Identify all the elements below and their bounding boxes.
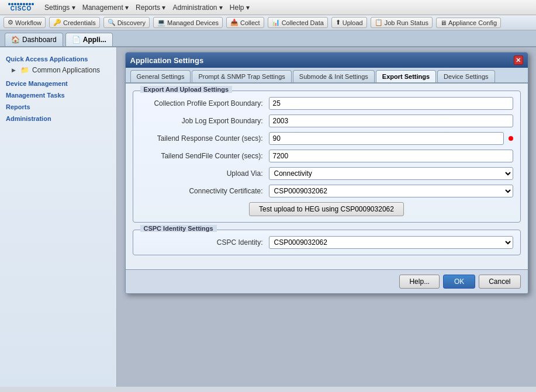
job-run-status-label: Job Run Status <box>385 19 428 26</box>
arrow-icon: ▶ <box>12 67 16 73</box>
appliance-config-button[interactable]: 🖥 Appliance Config <box>436 18 501 28</box>
tab-prompt-snmp[interactable]: Prompt & SNMP Trap Settings <box>192 70 291 82</box>
workflow-icon: ⚙ <box>8 19 13 26</box>
collect-button[interactable]: 📥 Collect <box>226 17 264 28</box>
collected-data-label: Collected Data <box>282 19 324 26</box>
tab-applications-label: Appli... <box>83 36 106 44</box>
discovery-icon: 🔍 <box>108 19 116 26</box>
workflow-label: Workflow <box>15 19 42 26</box>
managed-devices-label: Managed Devices <box>167 19 219 26</box>
administration-menu[interactable]: Administration ▾ <box>172 4 222 12</box>
management-tasks-title: Management Tasks <box>0 88 116 100</box>
collect-icon: 📥 <box>230 19 238 26</box>
test-upload-button[interactable]: Test upload to HEG using CSP0009032062 <box>249 202 404 216</box>
administration-title: Administration <box>0 112 116 123</box>
management-menu[interactable]: Management ▾ <box>82 4 129 12</box>
cspc-identity-row: CSPC Identity: CSP0009032062 <box>140 236 513 249</box>
sidebar-item-common-applications[interactable]: ▶ 📁 Common Applications <box>0 64 116 77</box>
upload-via-select[interactable]: Connectivity <box>269 167 513 180</box>
collection-profile-label: Collection Profile Export Boundary: <box>140 99 269 107</box>
help-menu[interactable]: Help ▾ <box>230 4 250 12</box>
reports-menu[interactable]: Reports ▾ <box>136 4 165 12</box>
tailend-response-row: Tailend Response Counter (secs): <box>140 132 513 145</box>
cspc-identity-label: CSPC Identity: <box>140 238 269 247</box>
tailend-sendfile-row: Tailend SendFile Counter (secs): <box>140 150 513 162</box>
prompt-snmp-tab-label: Prompt & SNMP Trap Settings <box>198 73 285 80</box>
dialog-tabs: General Settings Prompt & SNMP Trap Sett… <box>126 68 528 84</box>
collect-label: Collect <box>240 19 260 26</box>
export-upload-settings-group: Export And Upload Settings Collection Pr… <box>133 91 521 223</box>
general-settings-tab-label: General Settings <box>137 73 185 80</box>
modal-overlay: Application Settings ✕ General Settings … <box>117 47 536 387</box>
collection-profile-input[interactable] <box>269 97 513 110</box>
cspc-identity-select[interactable]: CSP0009032062 <box>269 236 513 249</box>
toolbar: ⚙ Workflow 🔑 Credentials 🔍 Discovery 💻 M… <box>0 15 536 30</box>
job-log-input[interactable] <box>269 115 513 127</box>
tab-dashboard[interactable]: 🏠 Dashboard <box>5 33 63 46</box>
tailend-sendfile-label: Tailend SendFile Counter (secs): <box>140 152 269 160</box>
cancel-button[interactable]: Cancel <box>479 275 520 289</box>
appliance-config-icon: 🖥 <box>440 19 447 26</box>
discovery-button[interactable]: 🔍 Discovery <box>103 17 150 28</box>
main-layout: Quick Access Applications ▶ 📁 Common App… <box>0 47 536 387</box>
tailend-response-label: Tailend Response Counter (secs): <box>140 134 269 143</box>
discovery-label: Discovery <box>117 19 146 26</box>
tab-applications[interactable]: 📄 Appli... <box>65 33 113 46</box>
upload-via-label: Upload Via: <box>140 169 269 178</box>
tab-export-settings[interactable]: Export Settings <box>376 70 436 82</box>
collection-profile-row: Collection Profile Export Boundary: <box>140 97 513 110</box>
workflow-button[interactable]: ⚙ Workflow <box>4 17 46 28</box>
credentials-icon: 🔑 <box>53 19 61 26</box>
dialog-body: Export And Upload Settings Collection Pr… <box>126 84 528 269</box>
upload-via-row: Upload Via: Connectivity <box>140 167 513 180</box>
job-run-status-button[interactable]: 📋 Job Run Status <box>371 17 433 28</box>
menu-bar: CISCO Settings ▾ Management ▾ Reports ▾ … <box>0 0 536 15</box>
device-settings-tab-label: Device Settings <box>444 73 488 80</box>
common-applications-icon: 📁 <box>20 66 29 74</box>
tailend-sendfile-input[interactable] <box>269 150 513 162</box>
managed-devices-icon: 💻 <box>157 19 165 26</box>
dialog-title: Application Settings <box>130 56 204 65</box>
cspc-identity-group-title: CSPC Identity Settings <box>140 225 217 232</box>
dialog-close-button[interactable]: ✕ <box>514 55 523 65</box>
tab-general-settings[interactable]: General Settings <box>130 70 191 82</box>
job-log-label: Job Log Export Boundary: <box>140 117 269 125</box>
collected-data-button[interactable]: 📊 Collected Data <box>268 17 328 28</box>
submode-init-tab-label: Submode & Init Settings <box>299 73 368 80</box>
content-area: Application Settings ✕ General Settings … <box>117 47 536 387</box>
managed-devices-button[interactable]: 💻 Managed Devices <box>153 17 223 28</box>
connectivity-cert-row: Connectivity Certificate: CSP0009032062 <box>140 185 513 197</box>
cisco-logo: CISCO <box>5 2 37 13</box>
appliance-config-label: Appliance Config <box>448 19 497 26</box>
tab-submode-init[interactable]: Submode & Init Settings <box>293 70 375 82</box>
dialog-footer: Help... OK Cancel <box>126 269 528 293</box>
export-upload-group-title: Export And Upload Settings <box>140 86 233 93</box>
settings-menu[interactable]: Settings ▾ <box>44 4 75 12</box>
connectivity-cert-label: Connectivity Certificate: <box>140 187 269 195</box>
ok-button[interactable]: OK <box>443 275 475 289</box>
quick-access-title: Quick Access Applications <box>0 52 116 64</box>
upload-button[interactable]: ⬆ Upload <box>331 17 367 28</box>
export-settings-tab-label: Export Settings <box>382 73 430 80</box>
connectivity-cert-select[interactable]: CSP0009032062 <box>269 185 513 197</box>
red-dot-indicator <box>509 136 513 141</box>
tab-dashboard-label: Dashboard <box>22 36 57 44</box>
credentials-button[interactable]: 🔑 Credentials <box>49 17 100 28</box>
credentials-label: Credentials <box>63 19 96 26</box>
common-applications-label: Common Applications <box>32 66 100 74</box>
dialog-titlebar: Application Settings ✕ <box>126 53 528 68</box>
tab-device-settings[interactable]: Device Settings <box>437 70 494 82</box>
applications-icon: 📄 <box>72 36 81 44</box>
collected-data-icon: 📊 <box>272 19 280 26</box>
test-btn-row: Test upload to HEG using CSP0009032062 <box>140 202 513 216</box>
nav-tabs-bar: 🏠 Dashboard 📄 Appli... <box>0 30 536 47</box>
tailend-response-input[interactable] <box>269 132 504 145</box>
device-management-title: Device Management <box>0 77 116 88</box>
cspc-identity-group: CSPC Identity Settings CSPC Identity: CS… <box>133 230 521 255</box>
sidebar: Quick Access Applications ▶ 📁 Common App… <box>0 47 117 387</box>
job-run-status-icon: 📋 <box>375 19 383 26</box>
help-button[interactable]: Help... <box>399 275 440 289</box>
upload-label: Upload <box>343 19 363 26</box>
application-settings-dialog: Application Settings ✕ General Settings … <box>125 52 528 294</box>
cisco-logo-text: CISCO <box>11 5 32 12</box>
